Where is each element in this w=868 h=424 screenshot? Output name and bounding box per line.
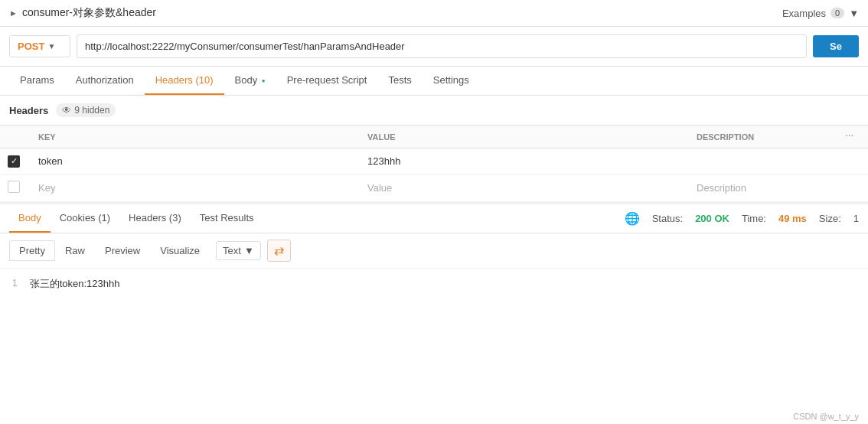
key-placeholder: Key xyxy=(38,182,55,194)
top-bar: ► consumer-对象参数&header Examples 0 ▼ xyxy=(0,0,868,27)
table-actions-menu-icon[interactable]: ⋯ xyxy=(845,132,855,141)
tab-params[interactable]: Params xyxy=(9,67,65,95)
table-row: ✓ token 123hhh xyxy=(0,148,868,174)
desc-placeholder: Description xyxy=(697,182,746,194)
checkbox-checked-icon: ✓ xyxy=(8,155,20,168)
line-number-1: 1 xyxy=(12,276,18,291)
format-select[interactable]: Text ▼ xyxy=(216,241,261,260)
response-body-tabs: Pretty Raw Preview Visualize Text ▼ ⇄ xyxy=(0,233,868,269)
resp-tab-body[interactable]: Body xyxy=(9,204,51,233)
row-1-description[interactable] xyxy=(689,148,837,174)
expand-arrow-icon[interactable]: ► xyxy=(9,8,18,18)
col-header-value: VALUE xyxy=(360,126,689,148)
tab-tests[interactable]: Tests xyxy=(377,67,422,95)
method-select[interactable]: POST ▼ xyxy=(9,35,70,57)
status-label: Status: xyxy=(652,213,683,224)
row-2-description[interactable]: Description xyxy=(689,174,837,201)
url-input[interactable] xyxy=(77,34,807,58)
format-label: Text xyxy=(223,245,241,256)
eye-icon: 👁 xyxy=(62,105,71,116)
response-content: 1 张三的token:123hhh xyxy=(0,269,868,300)
request-name: consumer-对象参数&header xyxy=(22,6,156,20)
globe-icon[interactable]: 🌐 xyxy=(625,211,640,226)
tab-authorization[interactable]: Authorization xyxy=(65,67,145,95)
examples-label: Examples xyxy=(782,8,826,19)
resp-tab-headers[interactable]: Headers (3) xyxy=(119,204,191,233)
examples-count: 0 xyxy=(830,8,844,18)
time-value: 49 ms xyxy=(778,213,807,224)
time-label: Time: xyxy=(742,213,766,224)
response-line-1: 1 张三的token:123hhh xyxy=(12,276,856,292)
headers-section: Headers 👁 9 hidden xyxy=(0,96,868,126)
examples-chevron-icon[interactable]: ▼ xyxy=(849,8,859,19)
examples-area: Examples 0 ▼ xyxy=(782,8,859,19)
headers-table: KEY VALUE DESCRIPTION ⋯ ✓ token 123hhh xyxy=(0,126,868,202)
tab-headers[interactable]: Headers (10) xyxy=(145,67,224,95)
tab-pre-request-script[interactable]: Pre-request Script xyxy=(276,67,378,95)
status-value: 200 OK xyxy=(695,213,729,224)
rb-tab-preview[interactable]: Preview xyxy=(95,240,150,261)
format-chevron-icon: ▼ xyxy=(244,245,254,256)
response-text-1: 张三的token:123hhh xyxy=(30,276,120,292)
table-row: Key Value Description xyxy=(0,174,868,201)
row-2-value[interactable]: Value xyxy=(360,174,689,201)
rb-tab-raw[interactable]: Raw xyxy=(55,240,95,261)
response-tabs-bar: Body Cookies (1) Headers (3) Test Result… xyxy=(0,202,868,233)
row-2-key[interactable]: Key xyxy=(31,174,360,201)
row-1-checkbox[interactable]: ✓ xyxy=(0,148,31,174)
request-tabs-nav: Params Authorization Headers (10) Body ●… xyxy=(0,67,868,96)
col-header-description: DESCRIPTION xyxy=(689,126,837,148)
row-1-actions xyxy=(837,148,868,174)
col-header-actions: ⋯ xyxy=(837,126,868,148)
row-2-checkbox[interactable] xyxy=(0,174,31,201)
value-placeholder: Value xyxy=(367,182,392,194)
col-header-checkbox xyxy=(0,126,31,148)
tab-body[interactable]: Body ● xyxy=(224,67,276,95)
row-1-key[interactable]: token xyxy=(31,148,360,174)
row-1-value[interactable]: 123hhh xyxy=(360,148,689,174)
rb-tab-visualize[interactable]: Visualize xyxy=(150,240,210,261)
tab-settings[interactable]: Settings xyxy=(423,67,480,95)
resp-tab-test-results[interactable]: Test Results xyxy=(191,204,263,233)
col-header-key: KEY xyxy=(31,126,360,148)
request-title: ► consumer-对象参数&header xyxy=(9,6,782,20)
response-status-area: 🌐 Status: 200 OK Time: 49 ms Size: 1 xyxy=(625,211,859,226)
headers-label: Headers xyxy=(9,105,48,116)
hidden-headers-badge[interactable]: 👁 9 hidden xyxy=(56,103,116,117)
row-2-actions xyxy=(837,174,868,201)
hidden-count: 9 hidden xyxy=(74,105,109,116)
method-chevron-icon: ▼ xyxy=(47,42,55,51)
resp-tab-cookies[interactable]: Cookies (1) xyxy=(51,204,119,233)
wrap-text-button[interactable]: ⇄ xyxy=(267,240,291,262)
size-value: 1 xyxy=(853,213,859,224)
body-dot-icon: ● xyxy=(262,77,266,84)
send-button[interactable]: Se xyxy=(813,35,859,57)
rb-tab-pretty[interactable]: Pretty xyxy=(9,240,55,261)
method-label: POST xyxy=(18,41,44,52)
url-bar: POST ▼ Se xyxy=(0,27,868,67)
size-label: Size: xyxy=(819,213,841,224)
